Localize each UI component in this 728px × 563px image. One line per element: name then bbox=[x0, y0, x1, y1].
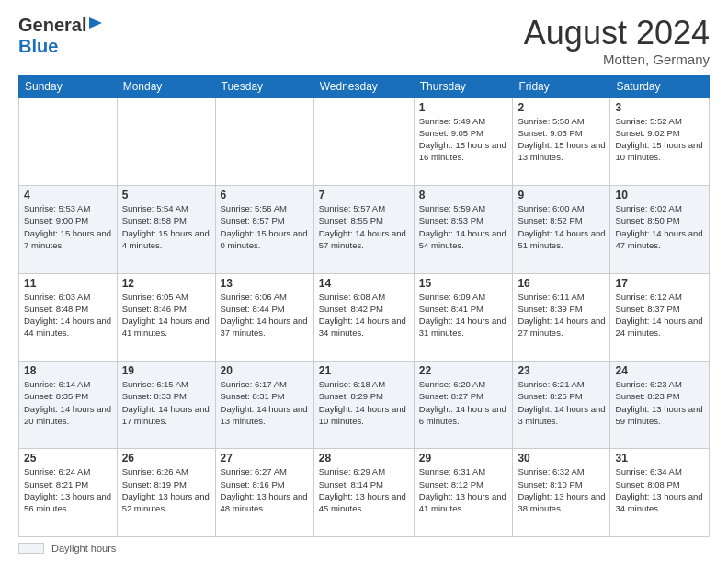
day-detail: Sunrise: 5:57 AM Sunset: 8:55 PM Dayligh… bbox=[319, 202, 409, 251]
header-row: Sunday Monday Tuesday Wednesday Thursday… bbox=[19, 75, 710, 98]
day-number: 12 bbox=[122, 277, 210, 290]
day-cell: 12Sunrise: 6:05 AM Sunset: 8:46 PM Dayli… bbox=[117, 273, 215, 361]
day-cell: 31Sunrise: 6:34 AM Sunset: 8:08 PM Dayli… bbox=[610, 449, 710, 537]
day-detail: Sunrise: 6:08 AM Sunset: 8:42 PM Dayligh… bbox=[319, 291, 409, 339]
day-number: 23 bbox=[518, 364, 605, 377]
week-row-3: 18Sunrise: 6:14 AM Sunset: 8:35 PM Dayli… bbox=[19, 362, 710, 449]
day-number: 15 bbox=[419, 277, 508, 290]
day-detail: Sunrise: 6:17 AM Sunset: 8:31 PM Dayligh… bbox=[221, 378, 309, 427]
day-detail: Sunrise: 6:20 AM Sunset: 8:27 PM Dayligh… bbox=[419, 378, 508, 427]
calendar-table: Sunday Monday Tuesday Wednesday Thursday… bbox=[18, 75, 710, 537]
day-detail: Sunrise: 6:32 AM Sunset: 8:10 PM Dayligh… bbox=[518, 465, 605, 514]
day-cell bbox=[117, 98, 215, 185]
svg-marker-0 bbox=[89, 17, 102, 29]
day-cell: 30Sunrise: 6:32 AM Sunset: 8:10 PM Dayli… bbox=[513, 449, 610, 537]
day-number: 14 bbox=[319, 277, 409, 290]
day-cell: 2Sunrise: 5:50 AM Sunset: 9:03 PM Daylig… bbox=[513, 98, 610, 185]
day-cell: 9Sunrise: 6:00 AM Sunset: 8:52 PM Daylig… bbox=[513, 186, 610, 273]
day-number: 21 bbox=[319, 364, 409, 377]
calendar-page: General Blue August 2024 Motten, Germany… bbox=[0, 0, 728, 563]
day-number: 26 bbox=[122, 452, 210, 465]
day-number: 10 bbox=[615, 189, 704, 201]
day-number: 18 bbox=[24, 364, 112, 377]
day-cell: 26Sunrise: 6:26 AM Sunset: 8:19 PM Dayli… bbox=[117, 449, 215, 537]
day-cell: 23Sunrise: 6:21 AM Sunset: 8:25 PM Dayli… bbox=[513, 362, 610, 449]
day-cell: 20Sunrise: 6:17 AM Sunset: 8:31 PM Dayli… bbox=[215, 362, 313, 449]
day-detail: Sunrise: 5:49 AM Sunset: 9:05 PM Dayligh… bbox=[419, 115, 508, 164]
header-saturday: Saturday bbox=[610, 75, 710, 98]
day-detail: Sunrise: 5:50 AM Sunset: 9:03 PM Dayligh… bbox=[518, 115, 605, 164]
day-cell: 25Sunrise: 6:24 AM Sunset: 8:21 PM Dayli… bbox=[19, 449, 118, 537]
day-cell: 10Sunrise: 6:02 AM Sunset: 8:50 PM Dayli… bbox=[610, 186, 710, 273]
day-detail: Sunrise: 6:05 AM Sunset: 8:46 PM Dayligh… bbox=[122, 291, 210, 339]
day-cell: 11Sunrise: 6:03 AM Sunset: 8:48 PM Dayli… bbox=[19, 273, 118, 361]
day-detail: Sunrise: 5:52 AM Sunset: 9:02 PM Dayligh… bbox=[615, 115, 704, 164]
week-row-4: 25Sunrise: 6:24 AM Sunset: 8:21 PM Dayli… bbox=[19, 449, 710, 537]
logo: General Blue bbox=[18, 15, 104, 57]
day-detail: Sunrise: 6:09 AM Sunset: 8:41 PM Dayligh… bbox=[419, 291, 508, 339]
day-detail: Sunrise: 5:53 AM Sunset: 9:00 PM Dayligh… bbox=[24, 202, 112, 251]
header-sunday: Sunday bbox=[19, 75, 118, 98]
day-detail: Sunrise: 6:31 AM Sunset: 8:12 PM Dayligh… bbox=[419, 465, 508, 514]
day-detail: Sunrise: 6:24 AM Sunset: 8:21 PM Dayligh… bbox=[24, 465, 112, 514]
day-cell: 16Sunrise: 6:11 AM Sunset: 8:39 PM Dayli… bbox=[513, 273, 610, 361]
day-number: 16 bbox=[518, 277, 605, 290]
day-detail: Sunrise: 5:59 AM Sunset: 8:53 PM Dayligh… bbox=[419, 202, 508, 251]
day-number: 3 bbox=[615, 101, 704, 114]
day-cell: 14Sunrise: 6:08 AM Sunset: 8:42 PM Dayli… bbox=[313, 273, 414, 361]
day-number: 7 bbox=[319, 189, 409, 201]
day-cell bbox=[215, 98, 313, 185]
header-monday: Monday bbox=[117, 75, 215, 98]
day-number: 11 bbox=[24, 277, 112, 290]
day-number: 9 bbox=[518, 189, 605, 201]
day-number: 17 bbox=[615, 277, 704, 290]
day-detail: Sunrise: 6:15 AM Sunset: 8:33 PM Dayligh… bbox=[122, 378, 210, 427]
day-cell: 8Sunrise: 5:59 AM Sunset: 8:53 PM Daylig… bbox=[414, 186, 513, 273]
day-number: 25 bbox=[24, 452, 112, 465]
week-row-0: 1Sunrise: 5:49 AM Sunset: 9:05 PM Daylig… bbox=[19, 98, 710, 185]
day-detail: Sunrise: 6:03 AM Sunset: 8:48 PM Dayligh… bbox=[24, 291, 112, 339]
title-block: August 2024 Motten, Germany bbox=[524, 15, 710, 67]
day-cell: 17Sunrise: 6:12 AM Sunset: 8:37 PM Dayli… bbox=[610, 273, 710, 361]
day-number: 6 bbox=[221, 189, 309, 201]
day-cell bbox=[313, 98, 414, 185]
day-detail: Sunrise: 5:54 AM Sunset: 8:58 PM Dayligh… bbox=[122, 202, 210, 251]
day-number: 24 bbox=[615, 364, 704, 377]
header-thursday: Thursday bbox=[414, 75, 513, 98]
header: General Blue August 2024 Motten, Germany bbox=[18, 15, 710, 67]
day-number: 5 bbox=[122, 189, 210, 201]
day-number: 31 bbox=[615, 452, 704, 465]
day-number: 13 bbox=[221, 277, 309, 290]
day-number: 4 bbox=[24, 189, 112, 201]
day-cell: 3Sunrise: 5:52 AM Sunset: 9:02 PM Daylig… bbox=[610, 98, 710, 185]
day-cell: 21Sunrise: 6:18 AM Sunset: 8:29 PM Dayli… bbox=[313, 362, 414, 449]
day-cell: 4Sunrise: 5:53 AM Sunset: 9:00 PM Daylig… bbox=[19, 186, 118, 273]
day-cell: 13Sunrise: 6:06 AM Sunset: 8:44 PM Dayli… bbox=[215, 273, 313, 361]
logo-flag-icon bbox=[87, 16, 104, 36]
day-detail: Sunrise: 5:56 AM Sunset: 8:57 PM Dayligh… bbox=[221, 202, 309, 251]
day-cell: 18Sunrise: 6:14 AM Sunset: 8:35 PM Dayli… bbox=[19, 362, 118, 449]
day-detail: Sunrise: 6:02 AM Sunset: 8:50 PM Dayligh… bbox=[615, 202, 704, 251]
logo-general-text: General bbox=[18, 15, 86, 36]
day-cell: 27Sunrise: 6:27 AM Sunset: 8:16 PM Dayli… bbox=[215, 449, 313, 537]
day-cell: 7Sunrise: 5:57 AM Sunset: 8:55 PM Daylig… bbox=[313, 186, 414, 273]
day-cell: 19Sunrise: 6:15 AM Sunset: 8:33 PM Dayli… bbox=[117, 362, 215, 449]
day-detail: Sunrise: 6:29 AM Sunset: 8:14 PM Dayligh… bbox=[319, 465, 409, 514]
location: Motten, Germany bbox=[524, 52, 710, 67]
day-number: 20 bbox=[221, 364, 309, 377]
day-detail: Sunrise: 6:14 AM Sunset: 8:35 PM Dayligh… bbox=[24, 378, 112, 427]
day-cell: 6Sunrise: 5:56 AM Sunset: 8:57 PM Daylig… bbox=[215, 186, 313, 273]
day-detail: Sunrise: 6:18 AM Sunset: 8:29 PM Dayligh… bbox=[319, 378, 409, 427]
day-number: 2 bbox=[518, 101, 605, 114]
day-detail: Sunrise: 6:06 AM Sunset: 8:44 PM Dayligh… bbox=[221, 291, 309, 339]
header-friday: Friday bbox=[513, 75, 610, 98]
legend-label: Daylight hours bbox=[51, 543, 116, 554]
day-detail: Sunrise: 6:34 AM Sunset: 8:08 PM Dayligh… bbox=[615, 465, 704, 514]
day-number: 1 bbox=[419, 101, 508, 114]
month-title: August 2024 bbox=[524, 15, 710, 52]
day-detail: Sunrise: 6:21 AM Sunset: 8:25 PM Dayligh… bbox=[518, 378, 605, 427]
day-number: 27 bbox=[221, 452, 309, 465]
day-cell: 28Sunrise: 6:29 AM Sunset: 8:14 PM Dayli… bbox=[313, 449, 414, 537]
day-detail: Sunrise: 6:00 AM Sunset: 8:52 PM Dayligh… bbox=[518, 202, 605, 251]
day-detail: Sunrise: 6:11 AM Sunset: 8:39 PM Dayligh… bbox=[518, 291, 605, 339]
